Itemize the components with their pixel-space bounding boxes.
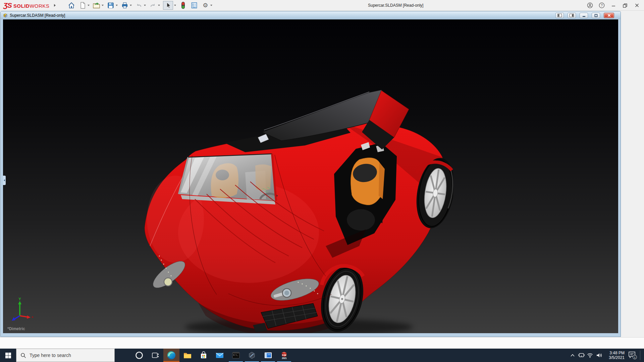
task-view-button[interactable] <box>147 349 163 362</box>
print-icon <box>121 2 128 9</box>
help-button[interactable]: ? <box>596 0 607 11</box>
x-axis <box>20 316 28 317</box>
undo-icon <box>135 2 143 9</box>
account-icon <box>587 2 593 8</box>
new-document-button[interactable] <box>78 1 87 9</box>
tray-chevron-button[interactable] <box>568 349 577 362</box>
rebuild-button[interactable] <box>179 1 187 9</box>
app-title: Supercar.SLDASM [Read-only] <box>368 3 423 8</box>
toggle-right-pane-button[interactable] <box>568 13 576 18</box>
options-dropdown[interactable] <box>210 5 212 6</box>
new-document-dropdown[interactable] <box>88 5 90 6</box>
cortana-button[interactable] <box>131 349 147 362</box>
svg-text:C:\_: C:\_ <box>233 354 238 356</box>
wifi-icon <box>587 353 593 358</box>
restore-icon <box>623 3 628 8</box>
triad-y-label: Y <box>18 297 21 301</box>
select-tool-button[interactable] <box>163 1 173 10</box>
quick-access-toolbar: ⚙ <box>64 0 212 11</box>
orientation-triad: Y <box>8 296 35 322</box>
mdi-client-area: Supercar.SLDASM [Read-only] <box>0 11 644 337</box>
file-properties-button[interactable] <box>190 1 198 9</box>
taskbar-app-cmd[interactable]: C:\_ <box>228 349 244 362</box>
command-prompt-icon: C:\_ <box>232 351 240 359</box>
menu-expand-arrow-icon[interactable] <box>54 4 56 7</box>
save-button[interactable] <box>107 1 115 9</box>
cortana-icon <box>135 351 144 360</box>
close-button[interactable] <box>631 0 643 11</box>
file-properties-icon <box>191 2 198 9</box>
open-button[interactable] <box>93 1 101 9</box>
tray-wifi-button[interactable] <box>586 349 594 362</box>
taskbar-spacer <box>292 349 568 362</box>
search-input[interactable] <box>30 353 107 358</box>
toggle-left-pane-button[interactable] <box>555 13 564 18</box>
tray-clock[interactable]: 3:48 PM 3/5/2021 <box>604 349 625 362</box>
home-icon <box>68 2 75 9</box>
assembly-document-icon <box>3 13 8 18</box>
tray-volume-button[interactable] <box>594 349 604 362</box>
document-titlebar[interactable]: Supercar.SLDASM [Read-only] <box>1 11 621 19</box>
doc-restore-button[interactable] <box>592 13 600 18</box>
redo-icon <box>149 2 157 9</box>
left-headlight-lamp <box>164 278 172 286</box>
taskbar-search-box[interactable] <box>16 349 115 362</box>
rebuild-stoplight-icon <box>180 1 186 9</box>
doc-minimize-button[interactable] <box>580 13 588 18</box>
minimize-button[interactable] <box>607 0 619 11</box>
account-button[interactable] <box>584 0 596 11</box>
speaker-icon <box>596 353 602 358</box>
start-button[interactable] <box>0 349 16 362</box>
logo-text-light: WORKS <box>30 3 49 9</box>
save-icon <box>107 2 114 9</box>
save-dropdown[interactable] <box>116 5 118 6</box>
search-icon <box>20 353 26 358</box>
windows-logo-icon <box>5 353 11 358</box>
svg-text:SW: SW <box>282 354 286 357</box>
view-orientation-label: *Dimetric <box>7 326 25 331</box>
windows-taskbar: C:\_ SW <box>0 349 644 362</box>
redo-button[interactable] <box>149 1 157 9</box>
app-titlebar: ƷS SOLID WORKS <box>0 0 644 11</box>
print-dropdown[interactable] <box>130 5 132 6</box>
home-button[interactable] <box>67 1 75 9</box>
redo-dropdown[interactable] <box>158 5 160 6</box>
z-axis <box>14 316 20 319</box>
undo-button[interactable] <box>135 1 143 9</box>
taskbar-app-edge[interactable] <box>163 349 179 362</box>
select-dropdown[interactable] <box>174 5 176 6</box>
taskbar-app-desktop-app[interactable] <box>260 349 276 362</box>
doc-restore-icon <box>594 14 598 17</box>
doc-close-button[interactable] <box>604 13 614 18</box>
tray-connect-button[interactable] <box>577 349 586 362</box>
x-axis-label-dot <box>32 316 33 318</box>
print-button[interactable] <box>121 1 129 9</box>
x-axis-arrow <box>27 315 31 319</box>
notification-icon: 1 <box>628 351 637 360</box>
desktop-app-icon <box>264 352 272 359</box>
logo-3ds-icon: ƷS <box>3 1 12 9</box>
microsoft-store-icon <box>200 351 208 359</box>
document-window-buttons <box>555 13 614 18</box>
action-center-button[interactable]: 1 <box>625 349 640 362</box>
taskbar-app-store[interactable] <box>196 349 212 362</box>
show-desktop-button[interactable] <box>640 351 644 360</box>
seat-cushion <box>347 209 375 231</box>
solidworks-2021-icon: SW 2021 <box>279 351 289 360</box>
doc-minimize-icon <box>582 14 586 17</box>
featuremanager-collapse-tab[interactable] <box>3 176 6 185</box>
notification-badge: 1 <box>634 356 636 359</box>
undo-dropdown[interactable] <box>144 5 146 6</box>
taskbar-app-file-explorer[interactable] <box>179 349 196 362</box>
status-bar <box>0 337 644 349</box>
graphics-viewport[interactable]: Y *Dimetric <box>3 19 618 333</box>
taskbar-app-mail[interactable] <box>212 349 228 362</box>
clock-time: 3:48 PM <box>609 351 625 355</box>
options-button[interactable]: ⚙ <box>201 1 209 9</box>
open-dropdown[interactable] <box>102 5 104 6</box>
close-icon <box>635 3 639 8</box>
taskbar-app-edrawings[interactable] <box>244 349 260 362</box>
tray-connect-icon <box>578 353 585 358</box>
restore-button[interactable] <box>619 0 631 11</box>
taskbar-app-solidworks[interactable]: SW 2021 <box>276 349 292 362</box>
